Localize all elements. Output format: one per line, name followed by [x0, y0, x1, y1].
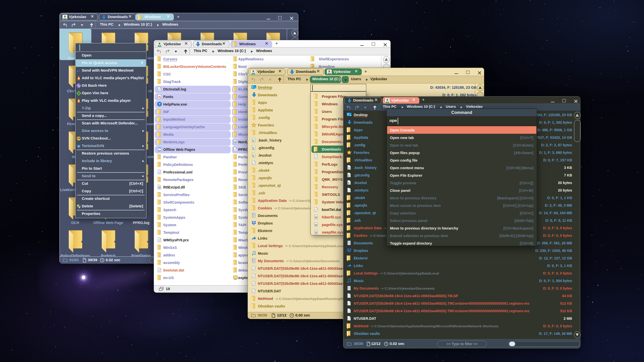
svg-text:V: V [78, 92, 80, 95]
svg-text:?: ? [158, 102, 160, 106]
svg-text:A: A [158, 95, 161, 99]
